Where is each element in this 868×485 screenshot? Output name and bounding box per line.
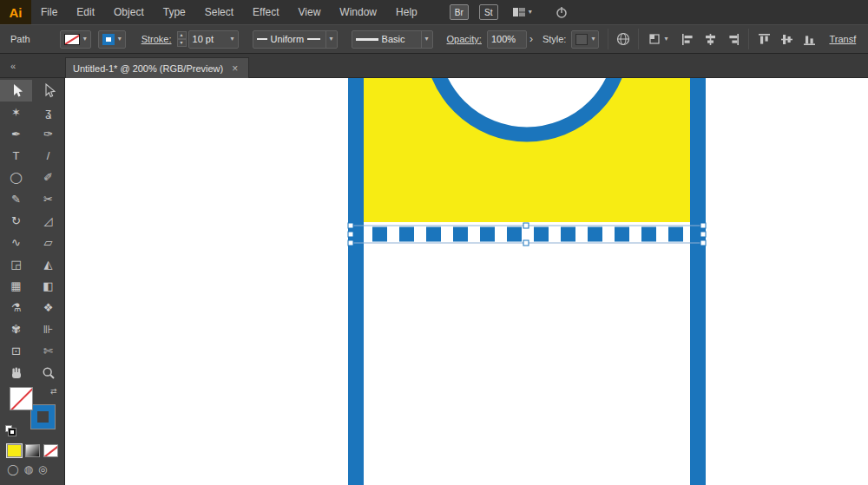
opacity-panel-link[interactable]: Opacity: [447,34,482,44]
default-fill-stroke-icon[interactable] [5,425,16,436]
stroke-weight-stepper[interactable]: ▴ ▾ [177,31,187,47]
zoom-tool[interactable] [32,362,64,383]
align-horizontal-center-icon [704,33,717,46]
variable-width-profile-select[interactable]: Uniform ▾ [253,30,338,49]
align-horizontal-left-button[interactable] [681,32,695,47]
menu-select[interactable]: Select [195,0,243,24]
stroke-color-picker[interactable]: ▾ [98,30,126,49]
perspective-grid-tool[interactable]: ◭ [32,253,64,275]
fill-color-picker[interactable]: ▾ [60,30,91,49]
gradient-button[interactable] [25,444,40,457]
style-swatch [575,34,588,45]
hand-tool[interactable] [0,362,32,383]
handle-mid-right[interactable] [700,232,706,237]
symbol-sprayer-tool[interactable]: ✾ [0,318,32,340]
workspace-switcher[interactable]: ▾ [512,6,532,18]
rotate-tool[interactable]: ↻ [0,210,32,232]
illustrator-logo[interactable]: Ai [0,0,31,24]
menu-object[interactable]: Object [104,0,154,24]
handle-top-left[interactable] [348,223,353,228]
shape-builder-tool[interactable]: ◲ [0,253,32,275]
handle-bottom-right[interactable] [700,240,706,246]
handle-top-center[interactable] [523,223,529,228]
draw-inside-icon[interactable]: ◎ [38,464,47,475]
curvature-tool[interactable]: ✑ [32,123,64,145]
canvas[interactable] [65,78,868,485]
gradient-tool[interactable]: ◧ [32,275,64,297]
color-button[interactable] [7,444,22,457]
menu-window[interactable]: Window [330,0,386,24]
menu-help[interactable]: Help [386,0,427,24]
tool-grid: ✶ ʓ ✒ ✑ T / ◯ ✐ ✎ ✂ ↻ ◿ ∿ ▱ ◲ ◭ ▦ ◧ ⚗ ❖ … [0,78,64,383]
mesh-tool[interactable]: ▦ [0,275,32,297]
object-options-icon [648,33,661,45]
menu-effect[interactable]: Effect [243,0,288,24]
step-down-icon[interactable]: ▾ [177,39,187,47]
recolor-artwork-icon[interactable] [615,31,631,47]
menu-edit[interactable]: Edit [67,0,104,24]
selection-tool[interactable] [0,80,32,102]
bridge-button[interactable]: Br [450,4,469,20]
stroke-weight-select[interactable]: 10 pt ▾ [188,30,239,49]
eyedropper-tool[interactable]: ⚗ [0,297,32,318]
left-blue-bar-shape[interactable] [348,78,364,485]
line-segment-tool[interactable]: / [32,145,64,167]
transform-panel-link[interactable]: Transf [829,34,856,44]
type-tool[interactable]: T [0,145,32,167]
draw-normal-icon[interactable]: ◯ [7,464,18,475]
right-blue-bar-shape[interactable] [690,78,706,485]
handle-top-right[interactable] [700,223,706,228]
close-icon[interactable]: × [232,62,238,75]
paintbrush-tool[interactable]: ✐ [32,167,64,188]
handle-bottom-left[interactable] [348,240,353,246]
brush-definition-value: Basic [382,34,405,44]
swap-fill-stroke-icon[interactable]: ⇄ [50,387,57,396]
align-vertical-top-button[interactable] [757,32,772,47]
none-button[interactable] [43,444,58,457]
chevron-down-icon: ▾ [330,36,333,43]
opacity-input[interactable]: 100% [487,30,527,49]
pencil-tool[interactable]: ✎ [0,188,32,210]
step-up-icon[interactable]: ▴ [177,31,187,39]
scale-tool[interactable]: ◿ [32,210,64,232]
align-vertical-center-button[interactable] [779,32,794,47]
magic-wand-tool[interactable]: ✶ [0,102,32,123]
touch-workspace-button[interactable] [555,5,569,19]
artboard-tool[interactable]: ⊡ [0,340,32,362]
fill-proxy-swatch[interactable] [10,387,33,410]
direct-selection-tool[interactable] [32,80,64,102]
free-transform-tool[interactable]: ▱ [32,232,64,253]
document-tab[interactable]: Untitled-1* @ 200% (RGB/Preview) × [65,57,249,78]
handle-mid-left[interactable] [348,232,353,237]
fill-stroke-control: ⇄ [0,383,64,441]
column-graph-tool[interactable]: ⊪ [32,318,64,340]
pen-tool[interactable]: ✒ [0,123,32,145]
width-tool[interactable]: ∿ [0,232,32,253]
object-options-select[interactable]: ▾ [644,30,672,49]
stroke-panel-link[interactable]: Stroke: [141,34,172,44]
stock-button[interactable]: St [479,4,498,20]
magnifier-icon [42,366,56,380]
align-vertical-bottom-button[interactable] [802,32,817,47]
ellipse-tool[interactable]: ◯ [0,167,32,188]
slice-tool[interactable]: ✄ [32,340,64,362]
opacity-flyout-icon[interactable]: › [527,33,536,45]
menu-type[interactable]: Type [154,0,195,24]
menu-view[interactable]: View [289,0,331,24]
scissors-tool[interactable]: ✂ [32,188,64,210]
menu-file[interactable]: File [31,0,67,24]
graphic-style-select[interactable]: ▾ [571,30,599,49]
align-horizontal-right-button[interactable] [726,32,740,47]
tools-panel: ✶ ʓ ✒ ✑ T / ◯ ✐ ✎ ✂ ↻ ◿ ∿ ▱ ◲ ◭ ▦ ◧ ⚗ ❖ … [0,78,65,485]
lasso-tool[interactable]: ʓ [32,102,64,123]
direct-selection-arrow-icon [42,83,56,98]
stroke-proxy-swatch[interactable] [31,405,55,429]
handle-bottom-center[interactable] [523,240,529,246]
selection-arrow-icon [10,83,23,98]
align-horizontal-center-button[interactable] [703,32,718,47]
draw-behind-icon[interactable]: ◍ [23,464,32,475]
document-tab-title: Untitled-1* @ 200% (RGB/Preview) [73,63,223,74]
brush-definition-select[interactable]: Basic ▾ [352,30,433,49]
blend-tool[interactable]: ❖ [32,297,64,318]
collapse-panels-button[interactable]: « [3,58,23,73]
